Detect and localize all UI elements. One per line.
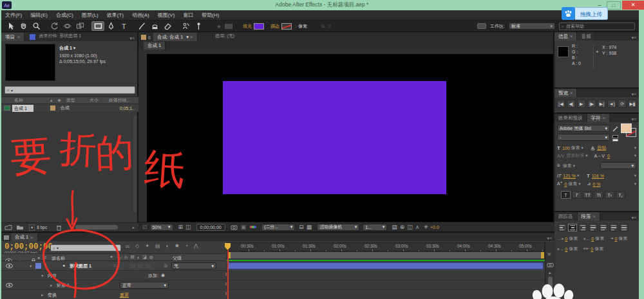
bpc-button[interactable]: ▾ [29,224,35,231]
layer-row[interactable]: ▾ 1 ● 形状图层 1 · ○ ∕ ◎ 无▾ [1,261,225,271]
parent-select[interactable]: 无▾ [171,262,216,269]
quality-switch-icon[interactable]: ∕ [121,255,122,260]
snapshot-icon[interactable] [231,224,238,230]
indent-value[interactable]: 0 [591,247,593,251]
panel-menu-icon[interactable]: ▾≡ [629,117,639,122]
exposure-icon[interactable]: ✳ [423,224,428,230]
zoom-tool[interactable] [30,21,43,31]
play-button[interactable]: ▶ [577,100,586,108]
scroll-right-icon[interactable]: ▸ [133,225,135,230]
ram-preview-button[interactable]: ▶▮ [628,100,637,108]
3d-switch-icon[interactable]: ◍ [149,255,153,260]
menu-item-2[interactable]: 合成(C) [56,12,73,19]
collapse-switch-icon[interactable]: ◔ [116,255,118,260]
comp-viewport[interactable] [147,54,553,222]
bpc-label[interactable]: 8 bpc [37,225,47,230]
horizontal-scale-value[interactable]: 116 % [592,174,604,178]
font-style-select[interactable]: -▾ [557,134,610,141]
panel-menu-icon[interactable]: ▾≡ [127,36,137,41]
contents-label[interactable]: 内容 [48,273,57,279]
tab-tracker[interactable]: 跟踪器 [554,212,578,221]
tab-effects-presets[interactable]: 效果和预设 [554,114,587,122]
panel-menu-icon[interactable]: ▾≡ [544,236,554,241]
visibility-eye-icon[interactable] [6,283,13,287]
fast-preview-icon[interactable]: ⊕ [400,224,405,230]
roi-icon[interactable]: ⊟ [299,224,304,230]
shy-icon[interactable]: ✦ [145,243,149,249]
faux-style-5[interactable]: T₁ [616,191,625,199]
go-to-start-button[interactable]: |◀ [556,100,565,108]
swap-fill-stroke-icon[interactable] [612,135,618,138]
align-right-button[interactable] [578,224,587,231]
shy-switch-icon[interactable]: ✦ [109,255,113,260]
previous-frame-button[interactable]: ◀| [567,100,576,108]
resolution-select[interactable]: (二分...▾ [261,224,295,231]
show-snapshot-icon[interactable]: ▣ [241,224,247,230]
paragraph-field-1[interactable]: ≡←0像素 [583,235,610,242]
purple-rectangle-layer[interactable] [223,81,446,194]
graph-editor-icon[interactable]: ⋀ [194,243,198,249]
panel-menu-icon[interactable]: ▾≡ [629,215,639,221]
mask-visibility-icon[interactable]: ◫ [185,224,191,230]
stroke-swatch[interactable] [281,23,292,30]
rotate-tool[interactable] [48,21,61,31]
camera-tool[interactable] [61,21,73,31]
shield-icon[interactable]: ⛨ [547,252,551,257]
trash-icon[interactable] [56,224,62,231]
text-tool[interactable]: T [117,21,130,31]
fill-label[interactable]: 填充 [243,23,252,30]
roto-brush-tool[interactable] [179,21,192,31]
mini-flowchart-icon[interactable]: ⚎ [125,243,129,249]
kerning-value[interactable]: 度量标准 [566,152,584,159]
rectangle-row[interactable]: ▸ 矩形 1 正常▾ [1,280,225,290]
indent-value[interactable]: 0 [565,247,567,251]
tab-project[interactable]: 项目× [1,33,24,41]
menu-item-7[interactable]: 窗口 [183,12,193,19]
tab-layer[interactable]: 图层: (无) [216,33,235,41]
scroll-left-icon[interactable]: ◂ [71,225,73,230]
tab-effect-controls[interactable]: 效果控件: 形状图层 1 [39,33,81,41]
camera-edge-icon[interactable] [547,262,554,267]
paragraph-field-3[interactable]: ≡→0像素 [557,246,583,252]
indent-value[interactable]: 0 [565,237,567,241]
auto-keyframe-icon[interactable]: ◔ [185,243,188,249]
reset-link[interactable]: 重置 [120,292,129,298]
panel-menu-icon[interactable]: ▾≡ [629,35,639,41]
time-ruler[interactable]: 00:30s01:00s01:30s02:00s02:30s03:00s03:3… [227,242,545,251]
view-count-select[interactable]: 1...▾ [363,224,387,231]
leading-value[interactable]: 自动 [597,145,606,151]
v-scrollbar[interactable] [133,116,137,212]
font-size-value[interactable]: 100 [562,146,570,150]
align-justify-full-button[interactable] [620,224,629,231]
layer-label-swatch[interactable] [35,263,41,269]
rect-name[interactable]: 矩形 1 [57,282,70,289]
tab-composition[interactable]: 合成: 合成 1▾× [153,33,198,41]
align-justify-left-button[interactable] [589,224,598,231]
pixel-aspect-icon[interactable]: ▤ [392,224,397,230]
align-justify-center-button[interactable] [599,224,608,231]
menu-item-4[interactable]: 效果(T) [107,12,124,19]
font-family-select[interactable]: Adobe 黑体 Std▾ [557,125,610,132]
blend-mode-select[interactable]: 正常▾ [120,282,169,289]
motion-blur-icon[interactable]: ◐ [166,243,169,249]
paragraph-field-4[interactable]: ≡⇤0像素 [583,246,610,252]
flowchart-icon[interactable]: ⋏ [415,224,420,230]
tab-preview[interactable]: 预览× [554,89,577,97]
hand-tool[interactable] [17,21,30,31]
import-icon[interactable] [5,224,12,230]
camera-select[interactable]: 活动摄像机▾ [317,224,359,231]
paragraph-field-2[interactable]: ⇥0像素 [610,235,636,242]
go-to-end-button[interactable]: ▶| [598,100,607,108]
safe-zones-icon[interactable]: ⊞ [178,224,184,230]
upload-paw-icon[interactable] [562,7,575,20]
star-icon[interactable]: ★ [216,23,222,30]
faux-style-1[interactable]: T [572,191,582,199]
timeline-icon[interactable]: ◫ [407,224,413,230]
tracking-value[interactable]: 0 [607,154,610,158]
tab-audio[interactable]: 音频 [577,32,595,41]
help-search-input[interactable]: ⌕ 搜索帮助 [559,23,635,30]
upload-badge[interactable]: 拖拽上传 [562,7,608,20]
project-row-comp1[interactable]: 合成 1 合成 0;05;1.. [1,104,138,112]
clone-stamp-tool[interactable] [148,21,161,31]
align-justify-right-button[interactable] [609,224,618,231]
